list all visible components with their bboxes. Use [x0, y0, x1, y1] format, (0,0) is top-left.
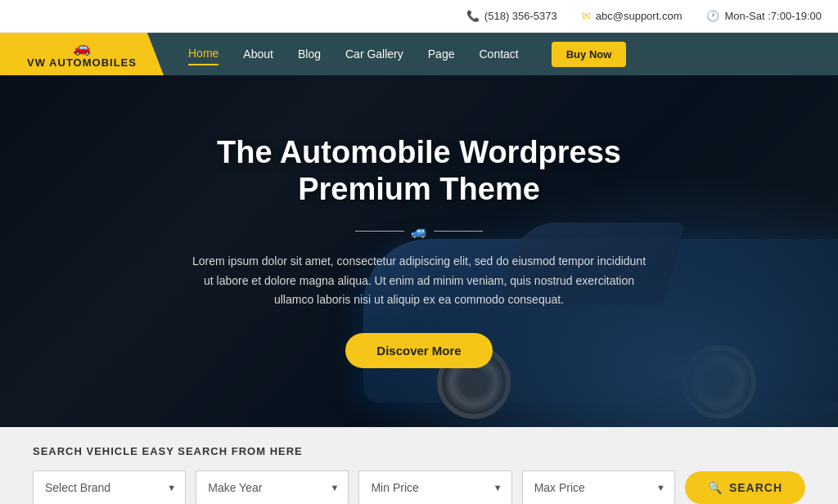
divider-car-icon: 🚙	[411, 223, 427, 239]
search-controls: Select Brand Audi BMW Ford Honda Toyota …	[33, 470, 805, 504]
nav-car-gallery[interactable]: Car Gallery	[345, 43, 403, 65]
nav-page[interactable]: Page	[428, 43, 455, 65]
year-select-wrapper: Make Year 2024 2023 2022 2021 2020 ▼	[196, 470, 349, 504]
top-bar: 📞 (518) 356-5373 ✉ abc@support.com 🕐 Mon…	[0, 0, 838, 33]
logo: 🚗 VW AUTOMOBILES	[0, 33, 164, 75]
search-button-label: SEARCH	[729, 481, 782, 494]
email-info: ✉ abc@support.com	[582, 10, 683, 22]
discover-more-button[interactable]: Discover More	[345, 333, 492, 368]
hero-title: The Automobile Wordpress Premium Theme	[190, 134, 648, 209]
search-icon: 🔍	[708, 481, 723, 494]
search-button[interactable]: 🔍 SEARCH	[685, 471, 805, 504]
car-logo-icon: 🚗	[27, 38, 137, 56]
header: 🚗 VW AUTOMOBILES Home About Blog Car Gal…	[0, 33, 838, 75]
email-icon: ✉	[582, 10, 591, 22]
brand-select[interactable]: Select Brand Audi BMW Ford Honda Toyota	[33, 470, 186, 504]
divider-line-right	[434, 231, 483, 232]
max-price-select[interactable]: Max Price $20,000 $40,000 $60,000 $100,0…	[522, 470, 675, 504]
hours-info: 🕐 Mon-Sat :7:00-19:00	[706, 10, 822, 22]
phone-icon: 📞	[466, 10, 480, 22]
hero-section: The Automobile Wordpress Premium Theme 🚙…	[0, 75, 838, 427]
hero-divider: 🚙	[190, 223, 648, 239]
email-address: abc@support.com	[596, 10, 683, 22]
brand-select-wrapper: Select Brand Audi BMW Ford Honda Toyota …	[33, 470, 186, 504]
nav-home[interactable]: Home	[188, 43, 219, 65]
hero-description: Lorem ipsum dolor sit amet, consectetur …	[190, 252, 648, 310]
logo-text: VW AUTOMOBILES	[27, 56, 137, 70]
hero-content: The Automobile Wordpress Premium Theme 🚙…	[173, 134, 665, 369]
nav-blog[interactable]: Blog	[298, 43, 321, 65]
nav-about[interactable]: About	[243, 43, 273, 65]
year-select[interactable]: Make Year 2024 2023 2022 2021 2020	[196, 470, 349, 504]
min-price-select[interactable]: Min Price $5,000 $10,000 $20,000 $30,000	[358, 470, 511, 504]
min-price-select-wrapper: Min Price $5,000 $10,000 $20,000 $30,000…	[358, 470, 511, 504]
search-section: SEARCH VEHICLE EASY SEARCH FROM HERE Sel…	[0, 427, 838, 504]
buy-now-button[interactable]: Buy Now	[552, 42, 627, 67]
phone-number: (518) 356-5373	[484, 10, 557, 22]
main-nav: Home About Blog Car Gallery Page Contact…	[164, 33, 838, 75]
clock-icon: 🕐	[706, 10, 719, 22]
nav-contact[interactable]: Contact	[479, 43, 518, 65]
search-section-title: SEARCH VEHICLE EASY SEARCH FROM HERE	[33, 445, 805, 457]
max-price-select-wrapper: Max Price $20,000 $40,000 $60,000 $100,0…	[522, 470, 675, 504]
business-hours: Mon-Sat :7:00-19:00	[724, 10, 822, 22]
divider-line-left	[355, 231, 404, 232]
phone-info: 📞 (518) 356-5373	[466, 10, 557, 22]
car-wheel-left	[683, 345, 756, 419]
